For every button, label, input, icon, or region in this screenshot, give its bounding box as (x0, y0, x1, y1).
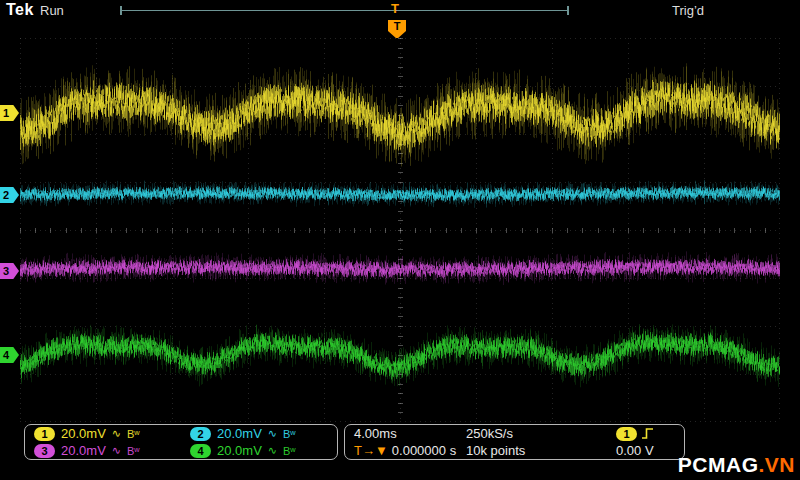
ch2-readout: 2 20.0mV ∿ Bʷ (181, 425, 337, 442)
acquisition-state: Run (40, 3, 64, 18)
graticule-canvas (20, 38, 780, 422)
ch1-position-marker: 1 (0, 105, 19, 121)
sample-rate-value: 250kS/s (466, 426, 513, 441)
record-view-bar (120, 6, 569, 15)
ac-coupling-icon: ∿ (112, 444, 121, 457)
trigger-position-flag-icon: T (388, 20, 406, 39)
trigger-position: T→▼ 0.000000 s (345, 442, 457, 459)
timebase-trigger-readout-box: 4.00ms 250kS/s 1 T→▼ 0.000000 s 10k poin… (344, 424, 685, 460)
bandwidth-limit-icon: Bʷ (283, 445, 296, 457)
trigger-source-badge: 1 (616, 427, 637, 441)
record-view-line (122, 10, 567, 11)
watermark-main: PCMAG (678, 453, 759, 476)
ac-coupling-icon: ∿ (268, 427, 277, 440)
ch3-position-marker: 3 (0, 263, 19, 279)
pcmag-watermark: PCMAG.VN (678, 453, 795, 477)
ch1-badge: 1 (34, 427, 55, 441)
bandwidth-limit-icon: Bʷ (127, 428, 140, 440)
sample-rate: 250kS/s (457, 425, 607, 442)
ch4-badge: 4 (190, 444, 211, 458)
oscilloscope-screen: Tek Run T Trig’d T 1 2 3 4 1 20.0mV ∿ Bʷ… (0, 0, 800, 480)
ch3-badge: 3 (34, 444, 55, 458)
trigger-status: Trig’d (672, 3, 704, 18)
channel-readout-box: 1 20.0mV ∿ Bʷ 2 20.0mV ∿ Bʷ 3 20.0mV ∿ B… (24, 424, 338, 460)
trigger-position-icon: T→▼ (354, 443, 388, 458)
tek-logo: Tek (6, 1, 34, 19)
ch2-scale: 20.0mV (217, 426, 262, 441)
ch1-readout: 1 20.0mV ∿ Bʷ (25, 425, 181, 442)
ch1-scale: 20.0mV (61, 426, 106, 441)
ch3-readout: 3 20.0mV ∿ Bʷ (25, 442, 181, 459)
ch3-scale: 20.0mV (61, 443, 106, 458)
timebase-scale: 4.00ms (345, 425, 457, 442)
ch4-readout: 4 20.0mV ∿ Bʷ (181, 442, 337, 459)
trigger-position-value: 0.000000 s (392, 443, 456, 458)
ac-coupling-icon: ∿ (268, 444, 277, 457)
ch2-badge: 2 (190, 427, 211, 441)
watermark-suffix: .VN (758, 453, 795, 476)
bandwidth-limit-icon: Bʷ (283, 428, 296, 440)
ch4-position-marker: 4 (0, 347, 19, 363)
record-length-value: 10k points (466, 443, 525, 458)
trigger-level-value: 0.00 V (616, 443, 654, 458)
rising-edge-icon (641, 427, 654, 440)
ch4-scale: 20.0mV (217, 443, 262, 458)
ch2-position-marker: 2 (0, 187, 19, 203)
ac-coupling-icon: ∿ (112, 427, 121, 440)
timebase-scale-value: 4.00ms (354, 426, 397, 441)
bandwidth-limit-icon: Bʷ (127, 445, 140, 457)
trigger-level: 0.00 V (607, 442, 684, 459)
record-length: 10k points (457, 442, 607, 459)
record-trigger-marker: T (391, 1, 399, 16)
trigger-source: 1 (607, 425, 684, 442)
